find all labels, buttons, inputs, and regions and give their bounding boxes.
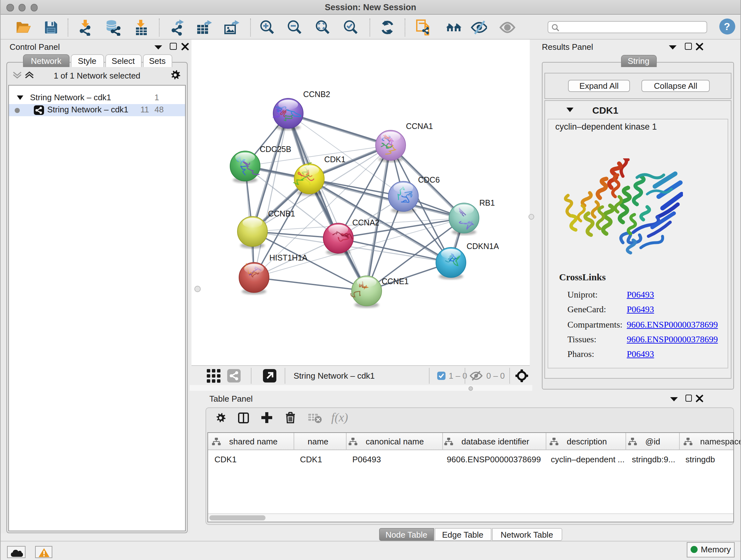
svg-text:CDKN1A: CDKN1A	[467, 242, 499, 251]
svg-text:CCNA2: CCNA2	[352, 218, 380, 227]
svg-text:HIST1H1A: HIST1H1A	[269, 253, 308, 262]
svg-text:RB1: RB1	[479, 198, 495, 207]
svg-text:CCNA1: CCNA1	[406, 122, 433, 131]
svg-text:CDK1: CDK1	[324, 155, 346, 164]
svg-text:CDC6: CDC6	[418, 175, 440, 184]
svg-text:CCNB2: CCNB2	[303, 90, 330, 99]
svg-text:CCNE1: CCNE1	[382, 277, 409, 286]
svg-text:CCNB1: CCNB1	[268, 209, 295, 218]
svg-text:CDC25B: CDC25B	[260, 145, 291, 153]
